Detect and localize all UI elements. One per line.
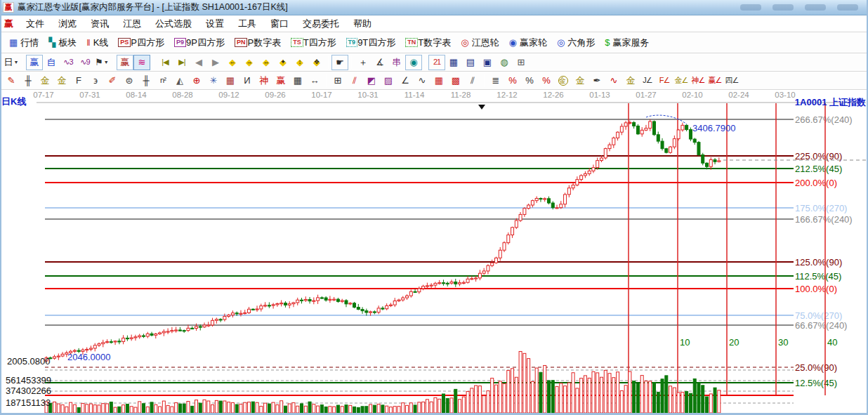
menu-item-2[interactable]: 资讯: [84, 15, 116, 32]
brush-tool[interactable]: ✎: [3, 73, 20, 88]
titlebar-control-2[interactable]: [772, 4, 794, 11]
menu-item-8[interactable]: 交易委托: [296, 15, 346, 32]
box-corner-tool[interactable]: ⊞: [329, 73, 346, 88]
spiral-tool[interactable]: ϶: [87, 73, 104, 88]
last-bar-button[interactable]: ▶|: [173, 55, 190, 70]
first-bar-button[interactable]: |◀: [157, 55, 173, 70]
p-square-button[interactable]: PSP四方形: [113, 35, 169, 51]
titlebar-control-1[interactable]: [740, 4, 761, 11]
star-burst-tool[interactable]: ✳: [205, 73, 222, 88]
menu-item-5[interactable]: 设置: [199, 15, 231, 32]
si-angle-tool[interactable]: 四∠: [723, 73, 740, 88]
sectors-button[interactable]: ▚板块: [44, 35, 81, 51]
gann-flower-button[interactable]: 串: [388, 55, 405, 70]
red-brush-tool[interactable]: ✐: [104, 73, 121, 88]
diamond-compress-button[interactable]: ◆✦: [275, 55, 291, 70]
fan-box-tool[interactable]: ▨: [380, 73, 397, 88]
width-arrow-tool[interactable]: ↔: [306, 73, 323, 88]
win-ruler-tool[interactable]: 赢: [272, 73, 289, 88]
t-number-table-button[interactable]: TNT数字表: [400, 35, 456, 51]
menu-item-1[interactable]: 浏览: [51, 15, 84, 32]
ruler-tool[interactable]: ╫: [20, 73, 37, 88]
flag-button[interactable]: ⚑▼: [93, 55, 110, 70]
mirror-a-tool[interactable]: ◭: [171, 73, 188, 88]
hand-tool-button[interactable]: ☛: [331, 55, 348, 70]
grid-star-tool[interactable]: ▦: [222, 73, 239, 88]
quotes-button[interactable]: ▦行情: [4, 35, 44, 51]
t-square-button[interactable]: TST四方形: [286, 35, 341, 51]
save-button[interactable]: ▣: [479, 55, 496, 70]
grid-arrow-tool[interactable]: ▩: [447, 73, 464, 88]
shen-angle-tool[interactable]: 神∠: [690, 73, 706, 88]
diamond-expand-button[interactable]: ◆↔: [258, 55, 275, 70]
brain-button[interactable]: ◉: [405, 55, 422, 70]
angle-measure-button[interactable]: ∡: [371, 55, 388, 70]
percent-line-tool[interactable]: %: [538, 73, 555, 88]
gold-ruler-2-tool[interactable]: 金: [53, 73, 70, 88]
menu-item-9[interactable]: 帮助: [346, 15, 379, 32]
calculator-button[interactable]: ▦: [445, 55, 462, 70]
kline-chart-canvas[interactable]: 07-1707-3108-1408-2809-1209-2610-1710-31…: [0, 90, 868, 415]
f-ruler-tool[interactable]: F: [70, 73, 87, 88]
diamond-right-button[interactable]: ◆→: [241, 55, 258, 70]
percent-slope-tool[interactable]: %: [504, 73, 521, 88]
percent-tool[interactable]: %: [521, 73, 538, 88]
red-grid-tool[interactable]: ▦: [430, 73, 447, 88]
gold-line-tool[interactable]: 金: [572, 73, 588, 88]
calendar-button[interactable]: 21: [428, 55, 445, 70]
fan-square-tool[interactable]: ◩: [363, 73, 380, 88]
9p-square-button[interactable]: P99P四方形: [169, 35, 230, 51]
ruler2-tool[interactable]: ╫: [138, 73, 154, 88]
menu-item-0[interactable]: 文件: [19, 15, 51, 32]
gauge-circle-tool[interactable]: ⊜: [121, 73, 138, 88]
k-quote-tool[interactable]: И: [239, 73, 256, 88]
diamond-left-button[interactable]: ◆←: [224, 55, 241, 70]
angle-lines-tool[interactable]: ∠: [397, 73, 414, 88]
ruler-123-tool[interactable]: ▦: [289, 73, 306, 88]
win-angle-tool[interactable]: 赢∠: [706, 73, 723, 88]
p-number-table-button[interactable]: PNP数字表: [230, 35, 286, 51]
winner-screen-button[interactable]: 赢: [26, 55, 43, 70]
next-bar-button[interactable]: ▶: [207, 55, 224, 70]
shen-ruler-tool[interactable]: 神: [256, 73, 272, 88]
n-squared-tool[interactable]: n²: [154, 73, 171, 88]
volume-chart-button[interactable]: ≋: [133, 55, 150, 70]
web-share-button[interactable]: ◍: [496, 55, 513, 70]
crosshair-button[interactable]: ＋: [355, 55, 371, 70]
winner-service-button[interactable]: $赢家服务: [600, 35, 654, 51]
gann-wheel-button[interactable]: ◎江恩轮: [456, 35, 504, 51]
titlebar-control-4[interactable]: [837, 4, 858, 11]
winner-wheel-button[interactable]: ◉赢家轮: [504, 35, 552, 51]
9t-square-button[interactable]: T99T四方形: [341, 35, 401, 51]
gold-angle-tool[interactable]: 金∠: [673, 73, 690, 88]
gold-ruler-1-tool[interactable]: 金: [37, 73, 53, 88]
fan-lines-tool[interactable]: ⫽: [346, 73, 363, 88]
f-angle-tool[interactable]: F∠: [656, 73, 673, 88]
wave3-button[interactable]: ∿3: [60, 55, 77, 70]
diamond-allway-button[interactable]: ◆✥: [308, 55, 325, 70]
self-list-button[interactable]: 自: [43, 55, 60, 70]
j-angle-tool[interactable]: J∠: [639, 73, 656, 88]
hexagon-button[interactable]: ◎六角形: [552, 35, 600, 51]
chart-type-button[interactable]: 日▼: [3, 55, 20, 70]
slash-lines-tool[interactable]: ⫽: [464, 73, 481, 88]
red-wave-tool[interactable]: ∿: [605, 73, 622, 88]
target-tool[interactable]: ⊕: [188, 73, 205, 88]
column-chart-tool[interactable]: ≣: [487, 73, 504, 88]
ink-brush-tool[interactable]: ✒: [588, 73, 605, 88]
gold-circle-tool[interactable]: 金: [555, 73, 572, 88]
gold-line2-tool[interactable]: 金: [622, 73, 639, 88]
wave9-button[interactable]: ∿9: [77, 55, 93, 70]
notes-button[interactable]: ▤: [462, 55, 479, 70]
menu-item-4[interactable]: 公式选股: [148, 15, 199, 32]
titlebar-control-3[interactable]: [805, 4, 826, 11]
menu-item-6[interactable]: 工具: [231, 15, 263, 32]
diamond-vertical-button[interactable]: ◆↕: [291, 55, 308, 70]
remote-pc-button[interactable]: ⊞: [513, 55, 530, 70]
menu-item-7[interactable]: 窗口: [263, 15, 296, 32]
kline-button[interactable]: ‖K线: [81, 35, 113, 51]
prev-bar-button[interactable]: ◀: [190, 55, 207, 70]
wave-check-tool[interactable]: ∿: [414, 73, 430, 88]
menu-item-3[interactable]: 江恩: [116, 15, 148, 32]
winner-red-button[interactable]: 赢: [117, 55, 133, 70]
